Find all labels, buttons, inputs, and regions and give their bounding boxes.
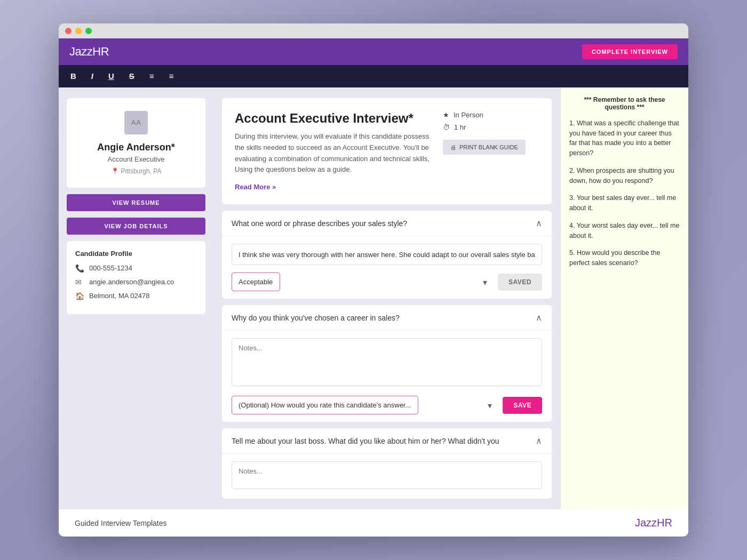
saved-button-1[interactable]: SAVED	[498, 274, 542, 291]
center-panel: Account Executive Interview* During this…	[213, 87, 560, 509]
email-icon: ✉	[75, 278, 84, 286]
notes-input-1[interactable]	[232, 244, 542, 265]
rating-select-wrapper-1: Acceptable Poor Good Excellent	[232, 273, 492, 291]
phone-icon: 📞	[75, 264, 84, 273]
ordered-list-button[interactable]: ≡	[146, 69, 157, 83]
italic-button[interactable]: I	[88, 69, 97, 83]
question-body-3	[222, 454, 552, 499]
fullscreen-dot[interactable]	[85, 28, 92, 34]
logo: JazzHR	[69, 45, 109, 59]
app-header: JazzHR COMPLETE INTERVIEW	[59, 38, 688, 65]
note-item-3: 3. Your best sales day ever... tell me a…	[569, 193, 680, 213]
strikethrough-button[interactable]: S	[126, 69, 138, 83]
footer-logo: JazzHR	[635, 517, 672, 529]
question-body-2	[222, 331, 552, 396]
chevron-up-icon-3[interactable]: ∧	[536, 436, 542, 446]
app-footer: Guided Interview Templates JazzHR	[59, 509, 688, 537]
save-button-2[interactable]: SAVE	[503, 397, 542, 414]
email-item: ✉ angie.anderson@angiea.co	[75, 278, 197, 286]
interview-description: During this interview, you will evaluate…	[235, 131, 432, 175]
profile-card: Candidate Profile 📞 000-555-1234 ✉ angie…	[67, 241, 205, 314]
interview-duration: ⏱ 1 hr	[443, 123, 539, 131]
interview-header-card: Account Executive Interview* During this…	[222, 98, 552, 204]
print-icon: 🖨	[450, 144, 456, 150]
bold-button[interactable]: B	[67, 69, 80, 83]
sidebar-notes-header: *** Remember to ask these questions ***	[569, 96, 680, 111]
unordered-list-button[interactable]: ≡	[166, 69, 177, 83]
close-dot[interactable]	[65, 28, 71, 34]
minimize-dot[interactable]	[75, 28, 82, 34]
phone-item: 📞 000-555-1234	[75, 264, 197, 273]
notes-textarea-2[interactable]	[232, 338, 542, 386]
note-item-5: 5. How would you describe the perfect sa…	[569, 248, 680, 268]
view-job-details-button[interactable]: VIEW JOB DETAILS	[67, 218, 205, 235]
interview-info: Account Executive Interview* During this…	[235, 111, 432, 191]
note-item-2: 2. When prospects are shutting you down,…	[569, 166, 680, 186]
candidate-location: 📍 Pittsburgh, PA	[75, 167, 197, 175]
main-window: JazzHR COMPLETE INTERVIEW B I U S ≡ ≡ AA…	[59, 23, 688, 537]
profile-section-title: Candidate Profile	[75, 250, 197, 258]
question-text-3: Tell me about your last boss. What did y…	[232, 437, 499, 445]
question-header-1: What one word or phrase describes your s…	[222, 211, 552, 236]
right-panel: *** Remember to ask these questions *** …	[560, 87, 688, 509]
read-more-link[interactable]: Read More »	[235, 183, 276, 191]
note-item-1: 1. What was a specific challenge that yo…	[569, 118, 680, 158]
question-footer-2: (Optional) How would you rate this candi…	[222, 396, 552, 422]
question-header-2: Why do you think you've chosen a career …	[222, 305, 552, 331]
candidate-card: AA Angie Anderson* Account Executive 📍 P…	[67, 98, 205, 188]
question-card-3: Tell me about your last boss. What did y…	[222, 428, 552, 499]
notes-textarea-3[interactable]	[232, 461, 542, 489]
view-resume-button[interactable]: VIEW RESUME	[67, 194, 205, 211]
home-icon: 🏠	[75, 292, 84, 300]
chevron-up-icon-1[interactable]: ∧	[536, 218, 542, 228]
rating-select-2[interactable]: (Optional) How would you rate this candi…	[232, 396, 418, 414]
location-pin-icon: 📍	[111, 167, 119, 175]
chevron-up-icon-2[interactable]: ∧	[536, 313, 542, 323]
left-panel: AA Angie Anderson* Account Executive 📍 P…	[59, 87, 213, 509]
question-text-1: What one word or phrase describes your s…	[232, 219, 407, 228]
complete-interview-button[interactable]: COMPLETE INTERVIEW	[582, 44, 678, 59]
note-item-4: 4. Your worst sales day ever... tell me …	[569, 221, 680, 241]
title-bar	[59, 23, 688, 38]
interview-title: Account Executive Interview*	[235, 111, 432, 126]
question-header-3: Tell me about your last boss. What did y…	[222, 428, 552, 454]
interview-type: ★ In Person	[443, 111, 539, 119]
interview-meta: ★ In Person ⏱ 1 hr 🖨 PRINT BLANK GUIDE	[443, 111, 539, 191]
address-item: 🏠 Belmont, MA 02478	[75, 292, 197, 300]
question-footer-1: Acceptable Poor Good Excellent SAVED	[222, 273, 552, 299]
candidate-name: Angie Anderson*	[75, 142, 197, 153]
footer-text: Guided Interview Templates	[75, 519, 167, 527]
question-card-1: What one word or phrase describes your s…	[222, 211, 552, 299]
avatar: AA	[124, 111, 148, 134]
candidate-title: Account Executive	[75, 155, 197, 163]
print-blank-guide-button[interactable]: 🖨 PRINT BLANK GUIDE	[443, 140, 526, 155]
question-body-1	[222, 236, 552, 273]
main-content: AA Angie Anderson* Account Executive 📍 P…	[59, 87, 688, 509]
question-text-2: Why do you think you've chosen a career …	[232, 314, 400, 322]
underline-button[interactable]: U	[105, 69, 117, 83]
clock-icon: ⏱	[443, 123, 450, 131]
star-icon: ★	[443, 111, 449, 119]
formatting-toolbar: B I U S ≡ ≡	[59, 65, 688, 87]
question-card-2: Why do you think you've chosen a career …	[222, 305, 552, 422]
rating-select-wrapper-2: (Optional) How would you rate this candi…	[232, 396, 497, 414]
rating-select-1[interactable]: Acceptable Poor Good Excellent	[232, 273, 280, 291]
